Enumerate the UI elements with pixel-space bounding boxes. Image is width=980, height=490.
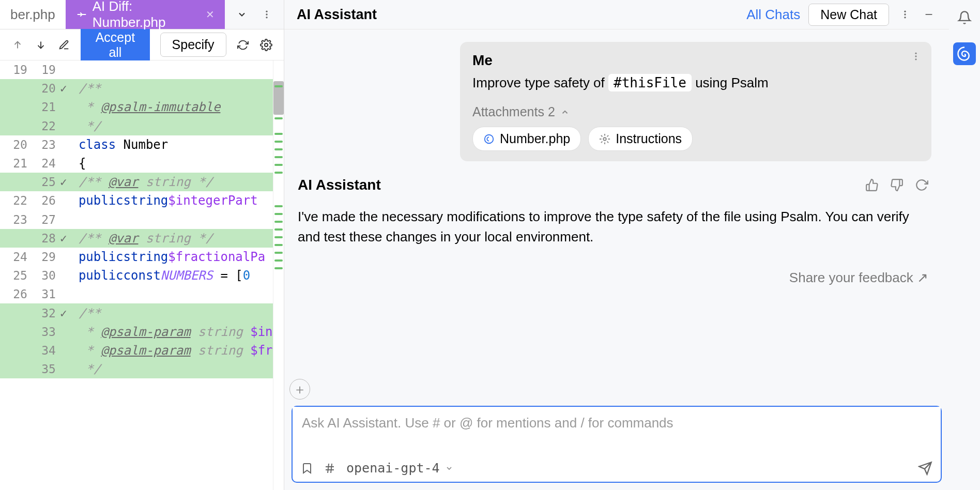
svg-point-7 xyxy=(915,53,916,54)
gutter-row: 2327 xyxy=(0,210,75,229)
bookmark-icon[interactable] xyxy=(301,462,313,474)
gutter-row: 21 xyxy=(0,98,75,116)
svg-point-4 xyxy=(904,11,906,12)
mention-pill: #thisFile xyxy=(608,74,692,91)
gutter-row: 2429 xyxy=(0,248,75,266)
refresh-icon[interactable] xyxy=(237,37,250,53)
attachment-pill[interactable]: Number.php xyxy=(472,127,581,151)
svg-line-15 xyxy=(331,464,332,473)
code-line: * @psalm-param string $fr xyxy=(75,341,273,360)
tab-ai-diff[interactable]: AI Diff: Number.php ✕ xyxy=(66,0,225,29)
tab-prev-file[interactable]: ber.php xyxy=(0,0,66,29)
svg-point-9 xyxy=(915,58,916,60)
message-more-icon[interactable] xyxy=(911,51,921,62)
file-icon xyxy=(483,133,495,145)
bell-icon[interactable] xyxy=(953,6,976,29)
code-line xyxy=(75,210,273,229)
gutter-row: 33 xyxy=(0,323,75,341)
tabs-extras xyxy=(225,0,284,29)
gutter-row: 20✓ xyxy=(0,79,75,98)
all-chats-link[interactable]: All Chats xyxy=(746,7,800,23)
gear-icon xyxy=(599,133,610,145)
code-line: */ xyxy=(75,360,273,378)
chevron-down-icon[interactable] xyxy=(234,7,250,22)
tabs-bar: ber.php AI Diff: Number.php ✕ xyxy=(0,0,284,29)
chat-body: Me Improve type safety of #thisFile usin… xyxy=(284,29,949,377)
gear-icon[interactable] xyxy=(259,37,272,53)
svg-point-8 xyxy=(915,55,916,57)
editor-panel: ber.php AI Diff: Number.php ✕ Ac xyxy=(0,0,284,490)
ai-spiral-icon[interactable] xyxy=(953,42,976,65)
code-line: /** xyxy=(75,79,273,98)
specify-button[interactable]: Specify xyxy=(160,33,226,57)
ai-panel: AI Assistant All Chats New Chat Me Impro… xyxy=(284,0,949,490)
ai-author: AI Assistant xyxy=(298,177,865,193)
svg-point-3 xyxy=(265,43,268,47)
more-icon[interactable] xyxy=(259,7,274,22)
diff-toolbar: Accept all Specify xyxy=(0,29,284,60)
gutter-row: 25✓ xyxy=(0,173,75,191)
prompt-input[interactable] xyxy=(293,407,941,455)
code-area[interactable]: 1919 20✓ 21 22 2023 2124 25✓ 2226 2327 2… xyxy=(0,60,284,490)
code-line: * @psalm-param string $in xyxy=(75,323,273,341)
gutter-row: 32✓ xyxy=(0,303,75,322)
minimize-icon[interactable] xyxy=(921,7,937,22)
svg-point-1 xyxy=(266,13,267,15)
hash-icon[interactable] xyxy=(324,462,336,474)
arrow-down-icon[interactable] xyxy=(35,37,48,53)
gutter-row: 2124 xyxy=(0,154,75,173)
add-button[interactable]: ＋ xyxy=(289,379,310,400)
refresh-icon[interactable] xyxy=(915,178,928,192)
attachment-pill[interactable]: Instructions xyxy=(588,127,693,151)
code-line: /** @var string */ xyxy=(75,173,273,191)
more-icon[interactable] xyxy=(897,7,913,22)
close-icon[interactable]: ✕ xyxy=(206,8,215,21)
arrow-up-icon[interactable] xyxy=(11,37,24,53)
feedback-row: Share your feedback ↗ xyxy=(295,254,931,296)
code-line xyxy=(75,285,273,303)
user-message: Me Improve type safety of #thisFile usin… xyxy=(460,42,931,161)
tab-label: ber.php xyxy=(10,7,55,23)
gutter-row: 2023 xyxy=(0,135,75,154)
accept-all-button[interactable]: Accept all xyxy=(81,25,149,65)
code-line: /** @var string */ xyxy=(75,229,273,248)
gutter-row: 2530 xyxy=(0,266,75,285)
edit-icon[interactable] xyxy=(57,37,70,53)
attachments-toggle[interactable]: Attachments 2 xyxy=(472,104,919,119)
svg-line-14 xyxy=(328,464,329,473)
ai-header: AI Assistant All Chats New Chat xyxy=(284,0,949,29)
attachments-list: Number.php Instructions xyxy=(472,127,919,151)
code-line xyxy=(75,60,273,79)
ai-message-header: AI Assistant xyxy=(295,177,931,200)
gutter-row: 1919 xyxy=(0,60,75,79)
svg-point-0 xyxy=(266,11,267,12)
ai-title: AI Assistant xyxy=(297,7,738,23)
message-text: Improve type safety of #thisFile using P… xyxy=(472,73,919,93)
code-line: class Number xyxy=(75,135,273,154)
gutter-row: 34 xyxy=(0,341,75,360)
svg-point-6 xyxy=(904,17,906,18)
ai-input-wrap: openai-gpt-4 xyxy=(292,406,942,483)
code-content[interactable]: /** * @psalm-immutable */ class Number {… xyxy=(75,60,273,490)
gutter-row: 2226 xyxy=(0,191,75,210)
send-icon[interactable] xyxy=(918,461,932,476)
ai-message-actions xyxy=(865,178,928,192)
code-line: public string $integerPart xyxy=(75,191,273,210)
diff-icon xyxy=(76,9,87,20)
code-line: { xyxy=(75,154,273,173)
gutter-row: 28✓ xyxy=(0,229,75,248)
thumbs-down-icon[interactable] xyxy=(890,178,904,192)
svg-point-2 xyxy=(266,17,267,18)
input-footer: openai-gpt-4 xyxy=(293,457,941,482)
gutter-row: 2631 xyxy=(0,285,75,303)
scrollbar-marks[interactable] xyxy=(273,60,284,490)
svg-point-11 xyxy=(603,137,606,141)
thumbs-up-icon[interactable] xyxy=(865,178,879,192)
gutter: 1919 20✓ 21 22 2023 2124 25✓ 2226 2327 2… xyxy=(0,60,75,490)
new-chat-button[interactable]: New Chat xyxy=(808,4,889,26)
code-line: * @psalm-immutable xyxy=(75,98,273,116)
feedback-link[interactable]: Share your feedback ↗ xyxy=(789,270,928,285)
model-selector[interactable]: openai-gpt-4 xyxy=(346,461,453,476)
message-author: Me xyxy=(472,52,919,69)
right-sidebar xyxy=(949,0,980,490)
